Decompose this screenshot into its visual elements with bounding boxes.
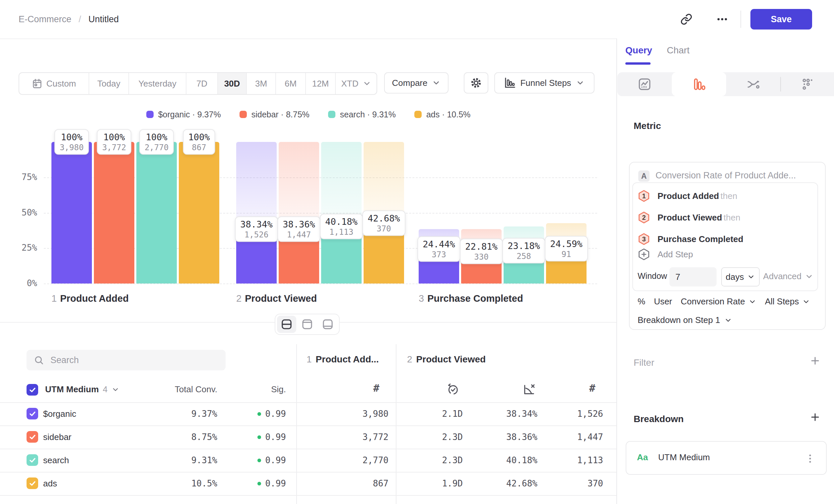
table-row-search[interactable]: search9.31%0.992,7702.3D40.18%1,113: [0, 449, 617, 473]
y-axis-tick: 75%: [10, 172, 37, 182]
y-axis-tick: 25%: [10, 243, 37, 253]
add-filter-button[interactable]: [809, 354, 822, 367]
funnel-analysis-app: E-Commerce / Untitled Save CustomTodayYe…: [0, 0, 834, 504]
column-group-step2[interactable]: 2Product Viewed: [407, 354, 486, 365]
layout-panel-top-button[interactable]: [298, 316, 317, 333]
metric-title[interactable]: Conversion Rate of Product Adde...: [656, 170, 796, 181]
row-step1-count: 3,772: [322, 426, 389, 449]
row-step2-conv: 42.68%: [471, 472, 537, 495]
sig-dot: [258, 459, 261, 462]
breakdown-property-card[interactable]: Aa UTM Medium: [626, 441, 827, 475]
measure-metric-select[interactable]: Conversion Rate: [681, 296, 756, 307]
row-total-conv: 10.5%: [151, 472, 217, 495]
layout-split-button[interactable]: [277, 316, 296, 333]
row-step2-count: 1,447: [537, 426, 603, 449]
sig-header[interactable]: Sig.: [220, 384, 286, 395]
add-breakdown-button[interactable]: [809, 411, 822, 424]
row-step2-time: 2.3D: [396, 449, 463, 472]
step-axis-label-1: 1Product Added: [51, 293, 129, 304]
bar-value-label: 100%2,770: [139, 129, 174, 155]
table-row-sidebar[interactable]: sidebar8.75%0.993,7722.3D38.36%1,447: [0, 426, 617, 449]
bar-value-label: 100%867: [183, 129, 215, 155]
gridline: [44, 283, 597, 284]
funnel-bar-ads-step1[interactable]: [179, 142, 219, 283]
row-checkbox[interactable]: [26, 454, 38, 466]
table-row-ads[interactable]: ads10.5%0.998671.9D42.68%370: [0, 472, 617, 496]
kebab-menu-icon: [806, 453, 814, 464]
funnel-bars-icon: [692, 77, 706, 91]
total-conv-header[interactable]: Total Conv.: [151, 384, 217, 395]
search-input[interactable]: [50, 355, 218, 366]
row-checkbox[interactable]: [26, 408, 38, 419]
column-group-step1[interactable]: 1Product Add...: [307, 354, 379, 365]
window-value-input[interactable]: [670, 267, 717, 287]
copy-link-button[interactable]: [677, 9, 696, 29]
count-icon[interactable]: #: [589, 382, 595, 394]
breakdown-on-select[interactable]: Breakdown on Step 1: [638, 315, 732, 325]
row-step2-conv: 38.34%: [471, 402, 537, 426]
count-icon[interactable]: #: [373, 382, 379, 394]
chevron-down-icon: [802, 298, 810, 306]
save-button[interactable]: Save: [750, 9, 812, 29]
chart-type-more[interactable]: [781, 72, 834, 96]
tab-chart[interactable]: Chart: [667, 45, 689, 56]
table-header-row: UTM Medium 4 Total Conv. Sig. #: [0, 377, 617, 403]
funnel-bar-search-step1[interactable]: [136, 142, 177, 283]
metric-step-3[interactable]: 3Purchase Completed: [638, 233, 743, 245]
row-sig: 0.99: [220, 449, 286, 472]
step-number-hex-badge: 1: [638, 190, 650, 202]
select-all-checkbox[interactable]: [26, 384, 38, 395]
panel-top-icon: [302, 319, 313, 330]
funnel-bar-organic-step1[interactable]: [51, 142, 92, 283]
conversion-over-time-icon[interactable]: [523, 383, 536, 397]
window-unit-select[interactable]: days: [721, 267, 760, 287]
property-type-icon: Aa: [637, 452, 648, 462]
step-number-hex-badge: 3: [638, 233, 650, 245]
search-icon: [34, 355, 44, 365]
row-checkbox[interactable]: [26, 431, 38, 443]
row-checkbox[interactable]: [26, 478, 38, 489]
check-icon: [28, 410, 37, 418]
more-ellipsis-icon: [716, 13, 728, 25]
row-step1-count: 2,770: [322, 449, 389, 472]
row-step2-time: 2.1D: [396, 402, 463, 426]
layout-panel-bottom-button[interactable]: [318, 316, 337, 333]
filter-heading: Filter: [634, 358, 654, 368]
row-step2-conv: 38.36%: [471, 426, 537, 449]
plus-icon: [810, 356, 820, 366]
table-row-organic[interactable]: $organic9.37%0.993,9802.1D38.34%1,526: [0, 402, 617, 426]
bar-value-label: 38.36%1,447: [277, 216, 321, 242]
more-menu-button[interactable]: [712, 9, 732, 29]
measure-prefix: %: [638, 296, 645, 307]
row-step2-conv: 40.18%: [471, 449, 537, 472]
metric-step-2[interactable]: 2Product Viewed then: [638, 211, 741, 224]
grid-dots-icon: [801, 77, 815, 91]
check-icon: [28, 479, 37, 487]
panel-bottom-icon: [322, 319, 333, 330]
median-time-icon[interactable]: [446, 383, 459, 397]
chart-type-flow[interactable]: [726, 72, 781, 96]
table-search[interactable]: [26, 350, 225, 370]
breakdown-column-header[interactable]: UTM Medium 4: [45, 384, 119, 395]
funnel-bar-sidebar-step1[interactable]: [94, 142, 134, 283]
advanced-toggle[interactable]: Advanced: [763, 271, 813, 281]
y-axis-tick: 50%: [10, 208, 37, 217]
measure-scope-select[interactable]: All Steps: [765, 296, 810, 307]
tab-query[interactable]: Query: [626, 45, 652, 56]
plus-icon: [810, 412, 820, 422]
metric-step-1[interactable]: 1Product Added then: [638, 190, 737, 202]
measure-entity[interactable]: User: [654, 296, 672, 307]
chart-type-line[interactable]: [617, 72, 672, 96]
add-step-hex-icon: [638, 248, 650, 260]
breakdown-table: 1Product Add... 2Product Viewed UTM Medi…: [0, 322, 617, 504]
property-options-button[interactable]: [804, 450, 817, 467]
bar-value-label: 100%3,772: [97, 129, 131, 155]
row-step2-time: 2.3D: [396, 426, 463, 449]
metric-heading: Metric: [634, 121, 661, 131]
metric-card: A Conversion Rate of Product Adde... 1Pr…: [629, 162, 826, 330]
step-axis-label-3: 3Purchase Completed: [419, 293, 523, 304]
chart-type-tabs: [617, 72, 834, 96]
chart-type-funnel[interactable]: [672, 72, 726, 96]
add-step-button[interactable]: Add Step: [638, 248, 693, 260]
funnel-chart: 75%50%25%0%100%3,98038.34%1,52624.44%373…: [0, 0, 617, 322]
